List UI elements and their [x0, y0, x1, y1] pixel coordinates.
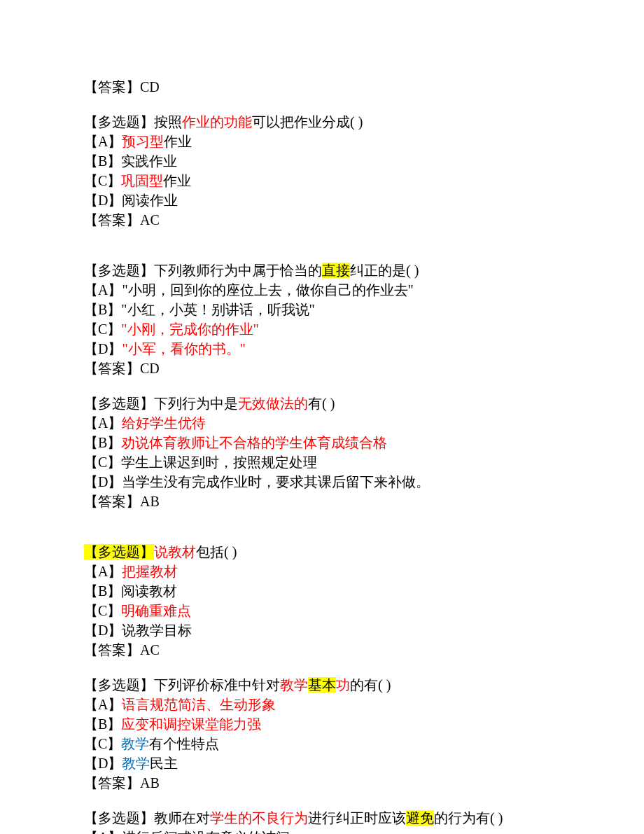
- answer-label: 【答案】: [84, 642, 140, 658]
- question-tag: 【多选题】: [84, 263, 154, 278]
- stem-text-red: 学生的不良行为: [210, 810, 308, 826]
- stem-text: 可以把作业分成( ): [252, 114, 363, 130]
- option-d: 【D】"小军，看你的书。": [84, 339, 560, 359]
- answer-value: CD: [140, 361, 160, 376]
- document-page: 【答案】CD 【多选题】按照作业的功能可以把作业分成( ) 【A】预习型作业 【…: [0, 0, 644, 834]
- option-b: 【B】应变和调控课堂能力强: [84, 714, 560, 734]
- question-answer: 【答案】AC: [84, 640, 560, 660]
- option-text: 【D】阅读作业: [84, 193, 178, 208]
- option-text-red: 把握教材: [122, 564, 178, 579]
- stem-text: 包括( ): [196, 544, 237, 560]
- question-answer: 【答案】CD: [84, 359, 560, 378]
- option-b: 【B】"小红，小英！别讲话，听我说": [84, 300, 560, 319]
- question-stem: 【多选题】下列教师行为中属于恰当的直接纠正的是( ): [84, 260, 560, 280]
- stem-text-red: 功: [336, 677, 350, 693]
- question-answer: 【答案】AB: [84, 773, 560, 793]
- option-text: 作业: [163, 173, 191, 188]
- question-tag: 【多选题】: [84, 810, 154, 826]
- option-text: 【C】学生上课迟到时，按照规定处理: [84, 454, 317, 470]
- option-text-red: 给好学生优待: [122, 415, 206, 431]
- option-prefix: 【D】: [84, 341, 122, 356]
- option-b: 【B】阅读教材: [84, 581, 560, 601]
- question: 【多选题】教师在对学生的不良行为进行纠正时应该避免的行为有( ) 【A】进行反问…: [84, 808, 560, 834]
- option-c: 【C】"小刚，完成你的作业": [84, 319, 560, 339]
- question: 【多选题】下列行为中是无效做法的有( ) 【A】给好学生优待 【B】劝说体育教师…: [84, 394, 560, 511]
- option-d: 【D】当学生没有完成作业时，要求其课后留下来补做。: [84, 472, 560, 492]
- question: 【多选题】按照作业的功能可以把作业分成( ) 【A】预习型作业 【B】实践作业 …: [84, 112, 560, 230]
- option-a: 【A】把握教材: [84, 562, 560, 581]
- question-stem: 【多选题】按照作业的功能可以把作业分成( ): [84, 112, 560, 132]
- stem-text: 下列教师行为中属于恰当的: [154, 263, 322, 278]
- answer-label: 【答案】: [84, 494, 140, 509]
- question-stem: 【多选题】说教材包括( ): [84, 542, 560, 562]
- stem-text: 教师在对: [154, 810, 210, 826]
- option-a: 【A】进行反问或没有意义的诘问: [84, 828, 560, 834]
- stem-text-highlight: 直接: [322, 263, 350, 278]
- option-prefix: 【D】: [84, 756, 122, 771]
- option-text: 【B】"小红，小英！别讲话，听我说": [84, 302, 315, 317]
- answer-label: 【答案】: [84, 361, 140, 376]
- option-text: 【D】当学生没有完成作业时，要求其课后留下来补做。: [84, 474, 430, 489]
- answer-value: AB: [140, 494, 160, 509]
- stem-text: 的有( ): [350, 677, 391, 693]
- option-prefix: 【A】: [84, 134, 122, 149]
- question-tag: 【多选题】: [84, 114, 154, 130]
- question-tag-highlight: 【多选题】: [84, 544, 154, 560]
- answer-value: AB: [140, 775, 160, 791]
- option-c: 【C】巩固型作业: [84, 171, 560, 190]
- stem-text-highlight: 基本: [308, 677, 336, 693]
- question: 【多选题】说教材包括( ) 【A】把握教材 【B】阅读教材 【C】明确重难点 【…: [84, 542, 560, 660]
- option-text: 作业: [164, 134, 192, 149]
- option-text-red: 应变和调控课堂能力强: [121, 716, 261, 732]
- option-text: 【A】进行反问或没有意义的诘问: [84, 830, 290, 834]
- stem-text: 的行为有( ): [434, 810, 503, 826]
- option-prefix: 【A】: [84, 415, 122, 431]
- answer-value: AC: [140, 642, 160, 658]
- question-stem: 【多选题】教师在对学生的不良行为进行纠正时应该避免的行为有( ): [84, 808, 560, 828]
- option-c: 【C】教学有个性特点: [84, 734, 560, 753]
- stem-text-highlight: 避免: [406, 810, 434, 826]
- option-b: 【B】劝说体育教师让不合格的学生体育成绩合格: [84, 433, 560, 452]
- question-answer: 【答案】AC: [84, 210, 560, 230]
- option-text-blue: 教学: [122, 756, 150, 771]
- option-text-red: 劝说体育教师让不合格的学生体育成绩合格: [121, 435, 387, 450]
- option-text-red: "小军，看你的书。": [122, 341, 245, 356]
- option-d: 【D】说教学目标: [84, 620, 560, 640]
- question-answer: 【答案】AB: [84, 492, 560, 511]
- answer-value: CD: [140, 79, 160, 95]
- option-text: 民主: [150, 756, 178, 771]
- stem-text: 按照: [154, 114, 182, 130]
- option-prefix: 【B】: [84, 716, 121, 732]
- option-a: 【A】预习型作业: [84, 132, 560, 151]
- option-text-red: 巩固型: [121, 173, 163, 188]
- question-answer: 【答案】CD: [84, 77, 560, 97]
- answer-label: 【答案】: [84, 79, 140, 95]
- option-b: 【B】实践作业: [84, 151, 560, 171]
- option-text: 【D】说教学目标: [84, 623, 192, 638]
- option-text-red: 明确重难点: [121, 603, 191, 618]
- option-text-red: 语言规范简洁、生动形象: [122, 697, 276, 712]
- option-text: 有个性特点: [149, 736, 219, 751]
- question: 【多选题】下列教师行为中属于恰当的直接纠正的是( ) 【A】"小明，回到你的座位…: [84, 260, 560, 378]
- option-d: 【D】教学民主: [84, 753, 560, 773]
- stem-text: 下列评价标准中针对: [154, 677, 280, 693]
- answer-label: 【答案】: [84, 775, 140, 791]
- option-prefix: 【C】: [84, 321, 121, 337]
- option-d: 【D】阅读作业: [84, 190, 560, 210]
- option-a: 【A】给好学生优待: [84, 413, 560, 433]
- option-prefix: 【C】: [84, 736, 121, 751]
- option-text-red: 预习型: [122, 134, 164, 149]
- question: 【多选题】下列评价标准中针对教学基本功的有( ) 【A】语言规范简洁、生动形象 …: [84, 675, 560, 793]
- stem-text: 下列行为中是: [154, 396, 238, 411]
- option-prefix: 【A】: [84, 564, 122, 579]
- option-prefix: 【C】: [84, 173, 121, 188]
- option-a: 【A】语言规范简洁、生动形象: [84, 695, 560, 714]
- stem-text-red: 说教材: [154, 544, 196, 560]
- question-stem: 【多选题】下列评价标准中针对教学基本功的有( ): [84, 675, 560, 695]
- question-stem: 【多选题】下列行为中是无效做法的有( ): [84, 394, 560, 413]
- option-a: 【A】"小明，回到你的座位上去，做你自己的作业去": [84, 280, 560, 300]
- question-tag: 【多选题】: [84, 677, 154, 693]
- stem-text-red: 无效做法的: [238, 396, 308, 411]
- stem-text-red: 教学: [280, 677, 308, 693]
- stem-text: 进行纠正时应该: [308, 810, 406, 826]
